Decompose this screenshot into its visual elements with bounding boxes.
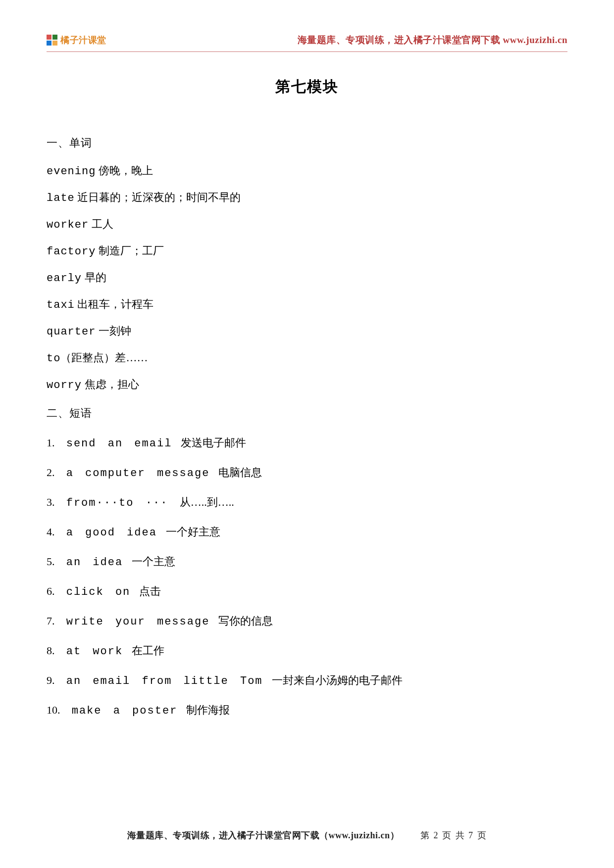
phrase-en: a computer message bbox=[55, 467, 210, 480]
phrase-cn: 电脑信息 bbox=[218, 466, 262, 479]
brand-logo-icon bbox=[47, 35, 57, 46]
footer-promo-text: 海量题库、专项训练，进入橘子汁课堂官网下载（www.juzizhi.cn） bbox=[127, 830, 400, 840]
phrase-item: 10. make a poster制作海报 bbox=[47, 703, 567, 718]
phrase-number: 1. bbox=[47, 436, 55, 449]
vocab-cn: 工人 bbox=[89, 218, 113, 230]
phrase-list: 1. send an email发送电子邮件2. a computer mess… bbox=[47, 435, 567, 718]
vocab-en: factory bbox=[47, 245, 96, 258]
phrase-cn: 写你的信息 bbox=[218, 615, 273, 627]
section-vocab: 一、单词 evening 傍晚，晚上late 近日暮的；近深夜的；时间不早的wo… bbox=[47, 136, 567, 391]
phrase-en: a good idea bbox=[55, 527, 157, 539]
phrase-item: 9. an email from little Tom一封来自小汤姆的电子邮件 bbox=[47, 673, 567, 688]
vocab-cn: 近日暮的；近深夜的；时间不早的 bbox=[75, 191, 241, 203]
phrase-cn: 制作海报 bbox=[186, 704, 230, 716]
vocab-en: late bbox=[47, 192, 75, 204]
page-container: 橘子汁课堂 海量题库、专项训练，进入橘子汁课堂官网下载 www.juzizhi.… bbox=[0, 0, 614, 868]
phrase-item: 6. click on点击 bbox=[47, 584, 567, 599]
vocab-item: early 早的 bbox=[47, 272, 567, 284]
phrase-item: 5. an idea一个主意 bbox=[47, 554, 567, 569]
phrase-number: 3. bbox=[47, 496, 55, 509]
page-header: 橘子汁课堂 海量题库、专项训练，进入橘子汁课堂官网下载 www.juzizhi.… bbox=[47, 34, 567, 52]
phrase-number: 4. bbox=[47, 526, 55, 538]
svg-rect-2 bbox=[47, 41, 51, 46]
vocab-cn: 早的 bbox=[82, 271, 106, 284]
brand: 橘子汁课堂 bbox=[47, 34, 106, 46]
vocab-cn: （距整点）差…… bbox=[60, 351, 148, 364]
svg-rect-0 bbox=[47, 35, 51, 40]
vocab-item: taxi 出租车，计程车 bbox=[47, 299, 567, 311]
section-phrases: 二、短语 1. send an email发送电子邮件2. a computer… bbox=[47, 406, 567, 718]
vocab-item: worker 工人 bbox=[47, 219, 567, 231]
svg-rect-3 bbox=[52, 41, 57, 46]
phrase-cn: 一个主意 bbox=[132, 555, 175, 568]
phrase-item: 8. at work在工作 bbox=[47, 643, 567, 658]
section-vocab-heading: 一、单词 bbox=[47, 136, 567, 150]
phrase-en: make a poster bbox=[60, 705, 178, 717]
footer-page-number: 第 2 页 共 7 页 bbox=[420, 830, 487, 840]
phrase-item: 7. write your message写你的信息 bbox=[47, 614, 567, 628]
phrase-number: 9. bbox=[47, 674, 55, 687]
vocab-en: to bbox=[47, 352, 60, 365]
phrase-number: 5. bbox=[47, 555, 55, 568]
module-title: 第七模块 bbox=[47, 77, 567, 97]
vocab-en: taxi bbox=[47, 299, 75, 311]
phrase-cn: 从…..到….. bbox=[177, 496, 234, 508]
phrase-item: 3. from···to ··· 从…..到….. bbox=[47, 495, 567, 510]
phrase-en: send an email bbox=[55, 437, 172, 450]
phrase-number: 8. bbox=[47, 644, 55, 657]
phrase-item: 1. send an email发送电子邮件 bbox=[47, 435, 567, 450]
vocab-cn: 一刻钟 bbox=[96, 325, 131, 337]
phrase-item: 2. a computer message电脑信息 bbox=[47, 465, 567, 480]
phrase-en: an email from little Tom bbox=[55, 675, 263, 687]
phrase-en: at work bbox=[55, 645, 123, 658]
phrase-cn: 点击 bbox=[139, 585, 161, 597]
phrase-number: 2. bbox=[47, 466, 55, 479]
vocab-en: worry bbox=[47, 379, 82, 391]
vocab-list: evening 傍晚，晚上late 近日暮的；近深夜的；时间不早的worker … bbox=[47, 165, 567, 391]
vocab-cn: 制造厂；工厂 bbox=[96, 244, 164, 257]
phrase-en: click on bbox=[55, 586, 131, 598]
phrase-number: 6. bbox=[47, 585, 55, 598]
phrase-cn: 发送电子邮件 bbox=[181, 436, 246, 449]
vocab-item: factory 制造厂；工厂 bbox=[47, 245, 567, 257]
vocab-item: quarter 一刻钟 bbox=[47, 326, 567, 338]
phrase-number: 10. bbox=[47, 704, 60, 717]
vocab-cn: 出租车，计程车 bbox=[75, 298, 154, 310]
section-phrases-heading: 二、短语 bbox=[47, 406, 567, 421]
phrase-cn: 在工作 bbox=[132, 644, 164, 657]
phrase-cn: 一个好主意 bbox=[166, 526, 220, 538]
vocab-item: to（距整点）差…… bbox=[47, 352, 567, 364]
vocab-en: quarter bbox=[47, 326, 96, 338]
phrase-item: 4. a good idea一个好主意 bbox=[47, 525, 567, 539]
vocab-cn: 傍晚，晚上 bbox=[96, 164, 153, 177]
svg-rect-1 bbox=[52, 35, 57, 40]
vocab-en: early bbox=[47, 272, 82, 285]
vocab-item: evening 傍晚，晚上 bbox=[47, 165, 567, 177]
header-promo-text: 海量题库、专项训练，进入橘子汁课堂官网下载 www.juzizhi.cn bbox=[298, 34, 567, 47]
vocab-item: late 近日暮的；近深夜的；时间不早的 bbox=[47, 192, 567, 204]
phrase-number: 7. bbox=[47, 615, 55, 627]
vocab-item: worry 焦虑，担心 bbox=[47, 379, 567, 391]
brand-name: 橘子汁课堂 bbox=[60, 34, 106, 46]
vocab-cn: 焦虑，担心 bbox=[82, 378, 139, 390]
phrase-en: an idea bbox=[55, 556, 123, 569]
vocab-en: worker bbox=[47, 219, 89, 231]
page-footer: 海量题库、专项训练，进入橘子汁课堂官网下载（www.juzizhi.cn） 第 … bbox=[0, 829, 614, 841]
phrase-cn: 一封来自小汤姆的电子邮件 bbox=[272, 674, 403, 686]
phrase-en: write your message bbox=[55, 616, 210, 628]
phrase-en: from···to ··· bbox=[55, 497, 168, 509]
vocab-en: evening bbox=[47, 165, 96, 178]
